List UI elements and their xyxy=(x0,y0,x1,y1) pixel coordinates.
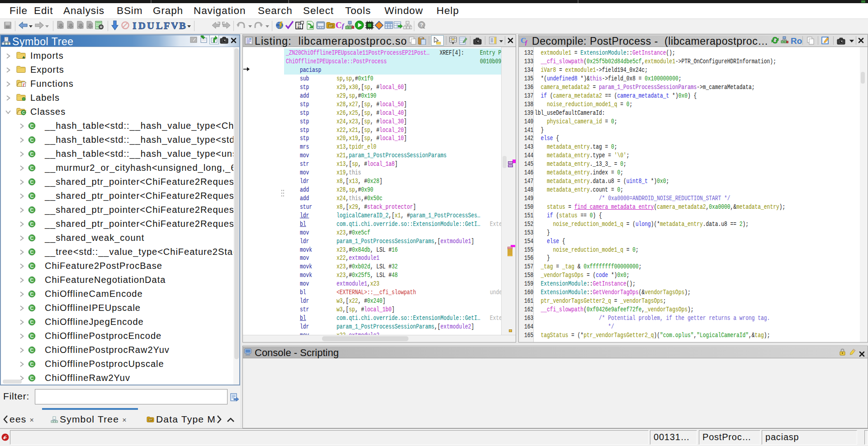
svg-text:C: C xyxy=(30,193,34,199)
svg-text:C: C xyxy=(22,111,25,115)
svg-text:DT: DT xyxy=(149,418,152,421)
svg-text:C: C xyxy=(30,319,34,325)
svg-text:C: C xyxy=(30,333,34,339)
svg-text:C: C xyxy=(30,291,34,297)
svg-text:01: 01 xyxy=(298,26,301,29)
svg-text:?: ? xyxy=(420,22,423,28)
svg-text:C: C xyxy=(30,235,34,241)
svg-text:C: C xyxy=(30,263,34,269)
svg-text:C: C xyxy=(30,179,34,185)
svg-text:C: C xyxy=(30,207,34,213)
svg-text:C: C xyxy=(30,137,34,143)
svg-text:C: C xyxy=(30,249,34,255)
svg-text:C: C xyxy=(30,165,34,171)
svg-text:C: C xyxy=(30,123,34,129)
svg-text:C: C xyxy=(30,347,34,353)
svg-text:C: C xyxy=(30,361,34,367)
svg-text:C: C xyxy=(30,277,34,283)
svg-text:C: C xyxy=(30,376,34,381)
svg-text:C: C xyxy=(30,221,34,227)
svg-text:DT: DT xyxy=(329,24,333,28)
svg-text:C: C xyxy=(30,151,34,157)
svg-text:C: C xyxy=(30,305,34,311)
